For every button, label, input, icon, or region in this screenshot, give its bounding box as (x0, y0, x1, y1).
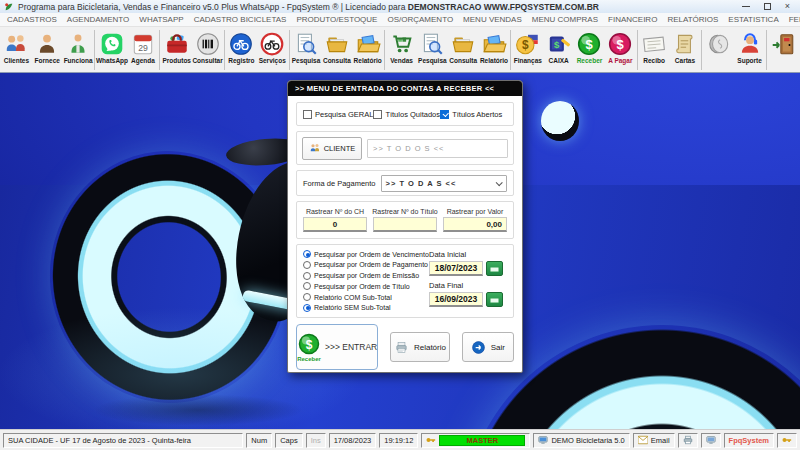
toolbar-fornecedores[interactable]: Fornece (32, 28, 63, 72)
radio-icon[interactable] (303, 282, 311, 290)
toolbar-financas[interactable]: $ Finanças (512, 28, 543, 72)
toolbar-pesquisa-servicos[interactable]: Pesquisa (291, 28, 322, 72)
toolbar-separator (384, 30, 385, 70)
menu-cadastros[interactable]: CADASTROS (2, 15, 62, 24)
toolbar-recibo[interactable]: Recibo (639, 28, 670, 72)
rastrear-titulo-input[interactable] (373, 217, 437, 232)
close-button[interactable]: × (785, 2, 790, 11)
menu-vendas[interactable]: MENU VENDAS (458, 15, 527, 24)
report-folder-icon (354, 30, 381, 57)
data-final-label: Data Final (429, 281, 507, 290)
radio-ordem-vencimento[interactable]: Pesquisar por Ordem de Vencimento (303, 249, 429, 259)
toolbar-separator (637, 30, 638, 70)
toolbar-consulta-servicos[interactable]: Consulta (321, 28, 352, 72)
status-printer[interactable] (678, 433, 698, 448)
menu-whatsapp[interactable]: WHATSAPP (134, 15, 188, 24)
toolbar-relatorio-servicos[interactable]: Relatório (352, 28, 383, 72)
dialog-body: Pesquisa GERAL Títulos Quitados Títulos … (288, 96, 522, 376)
radio-selected-icon[interactable] (303, 250, 311, 258)
forma-pagamento-select[interactable]: >> T O D A S << (381, 175, 507, 192)
menu-bar: CADASTROS AGENDAMENTO WHATSAPP CADASTRO … (0, 13, 800, 27)
toolbar-agenda[interactable]: 29 Agenda (127, 28, 158, 72)
menu-financeiro[interactable]: FINANCEIRO (603, 15, 662, 24)
date-column: Data Inicial 18/07/2023 Data Final 16/09… (429, 249, 507, 313)
toolbar-pesquisa-vendas[interactable]: Pesquisa (417, 28, 448, 72)
status-email[interactable]: Email (633, 433, 675, 448)
toolbar-funcionarios[interactable]: Funciona (63, 28, 94, 72)
toolbar-relatorio-vendas[interactable]: Relatório (479, 28, 510, 72)
menu-compras[interactable]: MENU COMPRAS (527, 15, 603, 24)
status-network[interactable] (701, 433, 721, 448)
toolbar-produtos[interactable]: Produtos (161, 28, 192, 72)
folder-icon (323, 30, 350, 57)
minimize-button[interactable] (742, 6, 750, 7)
radio-icon[interactable] (303, 261, 311, 269)
data-final-input[interactable]: 16/09/2023 (429, 292, 483, 307)
toolbar-registro[interactable]: Registro (226, 28, 257, 72)
radio-selected-icon[interactable] (303, 304, 311, 312)
toolbar-separator (289, 30, 290, 70)
toolbar-receber[interactable]: $ Receber (574, 28, 605, 72)
toolbar-caixa[interactable]: $ CAIXA (543, 28, 574, 72)
menu-ferramentas[interactable]: FERRAMENTAS (784, 15, 800, 24)
finance-coin-icon: $ (514, 30, 541, 57)
bike-service-icon (259, 30, 286, 57)
rastrear-valor-input[interactable]: 0,00 (443, 217, 507, 232)
entrar-button[interactable]: $ Receber >>> ENTRAR (296, 324, 378, 370)
toolbar-consultar-produto[interactable]: Consultar (192, 28, 223, 72)
menu-os-orcamento[interactable]: OS/ORÇAMENTO (382, 15, 458, 24)
radio-ordem-pagamento[interactable]: Pesquisar por Ordem de Pagamento (303, 260, 429, 270)
radio-icon[interactable] (303, 272, 311, 280)
menu-cadastro-bicicletas[interactable]: CADASTRO BICICLETAS (189, 15, 292, 24)
checkbox-pesquisa-geral[interactable]: Pesquisa GERAL (303, 110, 373, 119)
radio-ordem-titulo[interactable]: Pesquisar por Ordem de Título (303, 281, 429, 291)
rastrear-ch-input[interactable]: 0 (303, 217, 367, 232)
cliente-input[interactable]: >> T O D O S << (367, 139, 508, 158)
toolbox-icon (163, 30, 190, 57)
status-time: 19:19:12 (379, 433, 418, 448)
cliente-button[interactable]: CLIENTE (302, 137, 362, 160)
menu-estatistica[interactable]: ESTATISTICA (723, 15, 783, 24)
radio-relatorio-com-subtotal[interactable]: Relatório COM Sub-Total (303, 292, 429, 302)
toolbar-whatsapp[interactable]: WhatsApp (96, 28, 127, 72)
folder-icon (450, 30, 477, 57)
relatorio-button[interactable]: Relatório (390, 332, 449, 362)
exit-arrow-icon (471, 340, 486, 355)
menu-produto-estoque[interactable]: PRODUTO/ESTOQUE (291, 15, 382, 24)
cashbook-icon: $ (545, 30, 572, 57)
radio-relatorio-sem-subtotal[interactable]: Relatório SEM Sub-Total (303, 303, 429, 313)
bike-shadow (58, 389, 338, 429)
toolbar-cartas[interactable]: Cartas (670, 28, 701, 72)
checkbox-icon[interactable] (303, 110, 312, 119)
dollar-green-icon: $ (576, 30, 603, 57)
checkbox-titulos-quitados[interactable]: Títulos Quitados (373, 110, 440, 119)
toolbar-suporte[interactable]: Suporte (734, 28, 765, 72)
sair-button[interactable]: Sair (462, 332, 514, 362)
checkbox-checked-icon[interactable] (440, 110, 449, 119)
checkbox-titulos-abertos[interactable]: Títulos Abertos (440, 110, 507, 119)
supplier-icon (34, 30, 61, 57)
radio-ordem-emissao[interactable]: Pesquisar por Ordem de Emissão (303, 271, 429, 281)
maximize-button[interactable] (764, 3, 771, 10)
toolbar-consulta-vendas[interactable]: Consulta (448, 28, 479, 72)
calendar-picker-icon[interactable] (486, 261, 503, 276)
contas-a-receber-dialog: >> MENU DE ENTRADA DO CONTAS A RECEBER <… (287, 80, 523, 373)
status-user-panel: MASTER (421, 433, 530, 448)
toolbar-servicos[interactable]: Serviços (257, 28, 288, 72)
ordenacao-group: Pesquisar por Ordem de Vencimento Pesqui… (296, 244, 514, 318)
menu-relatorios[interactable]: RELATÓRIOS (662, 15, 723, 24)
coin-icon (705, 30, 732, 57)
checkbox-icon[interactable] (373, 110, 382, 119)
toolbar-a-pagar[interactable]: $ A Pagar (605, 28, 636, 72)
svg-text:$: $ (586, 36, 594, 51)
menu-agendamento[interactable]: AGENDAMENTO (62, 15, 135, 24)
status-key (777, 433, 797, 448)
toolbar-sair-programa[interactable] (768, 28, 799, 72)
data-inicial-input[interactable]: 18/07/2023 (429, 261, 483, 276)
radio-icon[interactable] (303, 293, 311, 301)
toolbar-vendas[interactable]: Vendas (386, 28, 417, 72)
toolbar-clientes[interactable]: Clientes (1, 28, 32, 72)
search-document-icon (419, 30, 446, 57)
calendar-picker-icon[interactable] (486, 292, 503, 307)
toolbar-moeda[interactable] (703, 28, 734, 72)
